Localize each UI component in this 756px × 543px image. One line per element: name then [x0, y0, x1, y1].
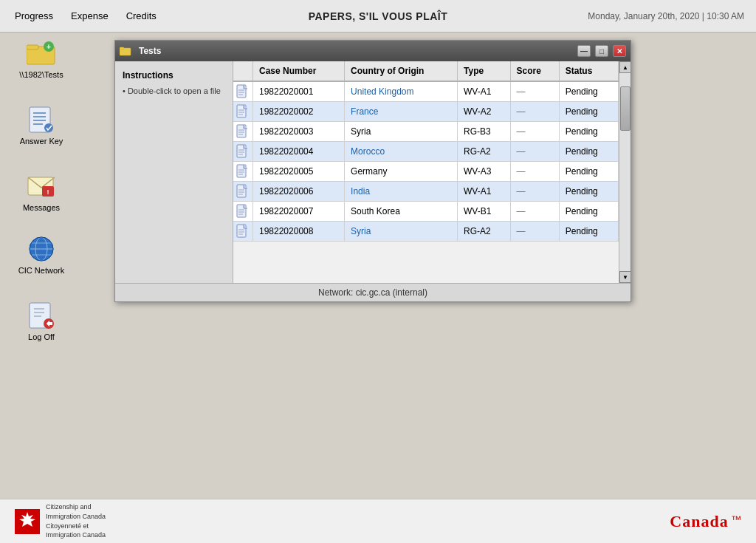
- table-panel: Case Number Country of Origin Type Score…: [233, 61, 630, 283]
- window-maximize-button[interactable]: □: [595, 45, 608, 57]
- maple-leaf-logo: [15, 509, 40, 534]
- status-cell: Pending: [559, 81, 618, 102]
- score-cell: —: [510, 162, 559, 182]
- window-close-button[interactable]: ✕: [613, 45, 626, 57]
- score-cell: —: [510, 102, 559, 122]
- file-icon-cell: [233, 102, 253, 122]
- col-country: Country of Origin: [345, 61, 458, 81]
- answerkey-icon-label: Answer Key: [20, 136, 63, 146]
- country-cell: India: [345, 182, 458, 202]
- scrollbar[interactable]: ▲ ▼: [619, 61, 630, 283]
- file-icon-cell: [233, 202, 253, 222]
- case-number-cell: 19822020006: [253, 182, 345, 202]
- type-cell: WV-A1: [458, 182, 510, 202]
- desktop-icon-logoff[interactable]: Log Off: [15, 302, 68, 342]
- canada-wordmark: Canada ™: [670, 512, 741, 531]
- status-cell: Pending: [559, 122, 618, 142]
- window-title: Tests: [139, 46, 573, 56]
- col-score: Score: [510, 61, 559, 81]
- case-number-cell: 19822020005: [253, 162, 345, 182]
- file-window: Tests — □ ✕ Instructions • Double-click …: [114, 40, 631, 302]
- desktop: + \\1982\Tests Answer Key: [0, 33, 756, 499]
- col-icon: [233, 61, 253, 81]
- org-fr-line2: Immigration Canada: [46, 530, 106, 540]
- desktop-icon-answerkey[interactable]: Answer Key: [15, 106, 68, 146]
- window-minimize-button[interactable]: —: [577, 45, 591, 57]
- desktop-icon-messages[interactable]: ! Messages: [15, 173, 68, 213]
- scroll-down-button[interactable]: ▼: [619, 271, 630, 283]
- window-folder-icon: [120, 46, 131, 56]
- table-row[interactable]: 19822020001United KingdomWV-A1—Pending: [233, 81, 619, 102]
- file-icon-cell: [233, 222, 253, 242]
- mail-icon: !: [27, 173, 56, 199]
- score-cell: —: [510, 81, 559, 102]
- instructions-title: Instructions: [123, 70, 225, 81]
- case-number-cell: 19822020007: [253, 202, 345, 222]
- desktop-icon-cicnetwork[interactable]: CIC Network: [15, 236, 68, 276]
- country-cell: France: [345, 102, 458, 122]
- col-type: Type: [458, 61, 510, 81]
- logoff-icon-label: Log Off: [28, 332, 55, 342]
- instructions-text: • Double-click to open a file: [123, 85, 225, 98]
- case-number-cell: 19822020008: [253, 222, 345, 242]
- status-cell: Pending: [559, 162, 618, 182]
- table-row[interactable]: 19822020005GermanyWV-A3—Pending: [233, 162, 619, 182]
- app-title: PAPERS, S'IL VOUS PLAÎT: [309, 10, 448, 22]
- svg-rect-1: [27, 45, 38, 49]
- table-row[interactable]: 19822020007South KoreaWV-B1—Pending: [233, 202, 619, 222]
- table-row[interactable]: 19822020002FranceWV-A2—Pending: [233, 102, 619, 122]
- country-cell: Germany: [345, 162, 458, 182]
- messages-icon-label: Messages: [23, 202, 60, 213]
- col-status: Status: [559, 61, 618, 81]
- file-icon-cell: [233, 182, 253, 202]
- status-cell: Pending: [559, 202, 618, 222]
- country-cell: Syria: [345, 122, 458, 142]
- org-en-line2: Immigration Canada: [46, 512, 106, 522]
- menu-progress[interactable]: Progress: [9, 7, 59, 24]
- type-cell: WV-A2: [458, 102, 510, 122]
- datetime-display: Monday, January 20th, 2020 | 10:30 AM: [588, 11, 744, 21]
- folder-icon: +: [27, 40, 56, 66]
- document-icon: [27, 106, 56, 133]
- menu-expense[interactable]: Expense: [65, 7, 114, 24]
- status-cell: Pending: [559, 222, 618, 242]
- instructions-panel: Instructions • Double-click to open a fi…: [115, 61, 233, 283]
- type-cell: RG-A2: [458, 142, 510, 162]
- svg-text:+: +: [47, 43, 51, 51]
- org-fr-line1: Citoyenneté et: [46, 522, 106, 531]
- table-row[interactable]: 19822020004MoroccoRG-A2—Pending: [233, 142, 619, 162]
- file-icon-cell: [233, 162, 253, 182]
- file-icon-cell: [233, 122, 253, 142]
- footer-org-text: Citizenship and Immigration Canada Citoy…: [46, 502, 106, 539]
- score-cell: —: [510, 142, 559, 162]
- scroll-thumb[interactable]: [620, 86, 630, 131]
- score-cell: —: [510, 122, 559, 142]
- status-cell: Pending: [559, 182, 618, 202]
- file-table: Case Number Country of Origin Type Score…: [233, 61, 619, 242]
- table-scroll-container: Case Number Country of Origin Type Score…: [233, 61, 630, 283]
- col-case-number: Case Number: [253, 61, 345, 81]
- svg-point-9: [44, 123, 53, 132]
- status-cell: Pending: [559, 142, 618, 162]
- menu-credits[interactable]: Credits: [120, 7, 162, 24]
- table-inner: Case Number Country of Origin Type Score…: [233, 61, 619, 283]
- case-number-cell: 19822020001: [253, 81, 345, 102]
- country-cell: South Korea: [345, 202, 458, 222]
- table-row[interactable]: 19822020008SyriaRG-A2—Pending: [233, 222, 619, 242]
- network-label: Network: cic.gc.ca (internal): [318, 287, 427, 298]
- table-row[interactable]: 19822020003SyriaRG-B3—Pending: [233, 122, 619, 142]
- page-footer: Citizenship and Immigration Canada Citoy…: [0, 499, 756, 543]
- type-cell: RG-B3: [458, 122, 510, 142]
- window-titlebar: Tests — □ ✕: [115, 41, 630, 61]
- table-row[interactable]: 19822020006IndiaWV-A1—Pending: [233, 182, 619, 202]
- org-en-line1: Citizenship and: [46, 502, 106, 512]
- scroll-up-button[interactable]: ▲: [619, 61, 630, 73]
- desktop-icon-folder[interactable]: + \\1982\Tests: [15, 40, 68, 80]
- country-cell: United Kingdom: [345, 81, 458, 102]
- type-cell: WV-B1: [458, 202, 510, 222]
- file-icon-cell: [233, 142, 253, 162]
- case-number-cell: 19822020004: [253, 142, 345, 162]
- svg-rect-25: [120, 47, 124, 49]
- canada-wordmark-text: Canada: [670, 512, 728, 530]
- type-cell: RG-A2: [458, 222, 510, 242]
